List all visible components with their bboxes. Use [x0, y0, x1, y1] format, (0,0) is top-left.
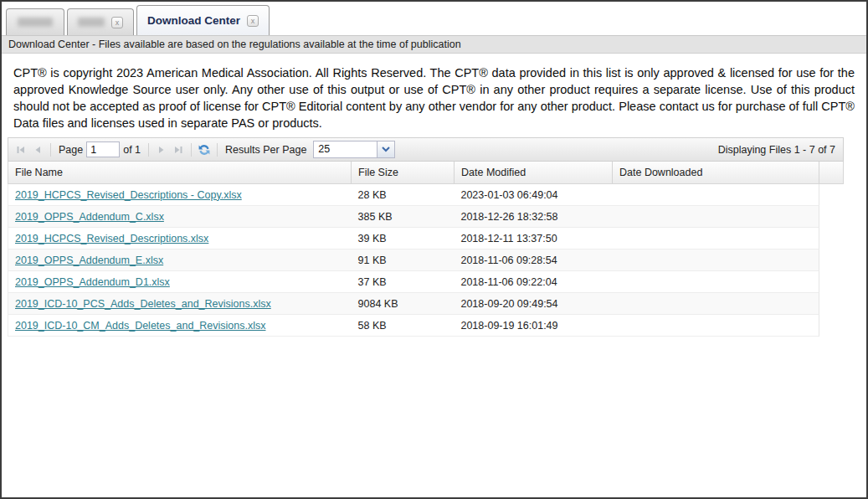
- date-modified-cell: 2018-11-06 09:28:54: [454, 255, 612, 266]
- column-header-date-downloaded[interactable]: Date Downloaded: [613, 162, 819, 183]
- table-row[interactable]: 2019_HCPCS_Revised_Descriptions.xlsx 39 …: [8, 228, 819, 250]
- file-link[interactable]: 2019_OPPS_Addendum_C.xlsx: [15, 211, 164, 223]
- file-link[interactable]: 2019_HCPCS_Revised_Descriptions.xlsx: [15, 233, 208, 244]
- refresh-icon[interactable]: [196, 141, 213, 158]
- results-per-page-label: Results Per Page: [225, 144, 306, 156]
- tab-redacted-1[interactable]: [6, 8, 64, 35]
- date-modified-cell: 2018-12-11 13:37:50: [454, 233, 612, 244]
- column-header-file-name[interactable]: File Name: [8, 162, 352, 183]
- first-page-icon[interactable]: [13, 141, 29, 158]
- files-grid: Page of 1 Results Per Page 25: [8, 137, 844, 337]
- file-size-cell: 9084 KB: [352, 298, 455, 310]
- displaying-files-status: Displaying Files 1 - 7 of 7: [718, 144, 835, 156]
- last-page-icon[interactable]: [170, 141, 187, 158]
- file-link[interactable]: 2019_ICD-10_PCS_Adds_Deletes_and_Revisio…: [15, 298, 271, 310]
- file-link[interactable]: 2019_OPPS_Addendum_E.xlsx: [15, 255, 163, 266]
- file-link[interactable]: 2019_HCPCS_Revised_Descriptions - Copy.x…: [15, 189, 242, 201]
- results-per-page-select[interactable]: 25: [313, 141, 395, 158]
- file-name-cell: 2019_ICD-10_PCS_Adds_Deletes_and_Revisio…: [8, 298, 352, 310]
- file-size-cell: 91 KB: [352, 255, 455, 266]
- grid-body: 2019_HCPCS_Revised_Descriptions - Copy.x…: [8, 184, 844, 337]
- page-number-input[interactable]: [86, 141, 120, 157]
- table-row[interactable]: 2019_ICD-10_PCS_Adds_Deletes_and_Revisio…: [8, 293, 819, 315]
- file-name-cell: 2019_HCPCS_Revised_Descriptions.xlsx: [8, 233, 352, 244]
- grid-header: File Name File Size Date Modified Date D…: [8, 162, 844, 184]
- next-page-icon[interactable]: [153, 141, 170, 158]
- page-label: Page: [59, 144, 83, 156]
- table-row[interactable]: 2019_OPPS_Addendum_D1.xlsx 37 KB 2018-11…: [8, 271, 819, 293]
- file-size-cell: 39 KB: [352, 233, 455, 244]
- column-header-spacer: [819, 162, 843, 183]
- chevron-down-icon[interactable]: [377, 141, 395, 158]
- date-modified-cell: 2018-09-19 16:01:49: [454, 320, 612, 332]
- date-modified-cell: 2018-11-06 09:22:04: [454, 276, 612, 288]
- file-size-cell: 58 KB: [352, 320, 455, 332]
- combo-selected-value: 25: [313, 141, 377, 158]
- toolbar-separator: [191, 143, 192, 157]
- close-icon[interactable]: x: [111, 17, 123, 28]
- date-modified-cell: 2023-01-03 06:49:04: [454, 189, 612, 201]
- table-row[interactable]: 2019_HCPCS_Revised_Descriptions - Copy.x…: [8, 184, 819, 206]
- info-bar-text: Download Center - Files available are ba…: [8, 39, 461, 50]
- table-row[interactable]: 2019_ICD-10_CM_Adds_Deletes_and_Revision…: [8, 315, 819, 337]
- toolbar-separator: [148, 143, 149, 157]
- toolbar-separator: [50, 143, 51, 157]
- tab-download-center[interactable]: Download Center x: [136, 5, 270, 35]
- prev-page-icon[interactable]: [29, 141, 46, 158]
- file-name-cell: 2019_OPPS_Addendum_D1.xlsx: [8, 276, 352, 288]
- date-modified-cell: 2018-12-26 18:32:58: [454, 211, 612, 223]
- file-link[interactable]: 2019_OPPS_Addendum_D1.xlsx: [15, 276, 170, 288]
- date-modified-cell: 2018-09-20 09:49:54: [454, 298, 612, 310]
- file-name-cell: 2019_ICD-10_CM_Adds_Deletes_and_Revision…: [8, 320, 352, 332]
- redacted-tab-label: [78, 18, 105, 27]
- table-row[interactable]: 2019_OPPS_Addendum_E.xlsx 91 KB 2018-11-…: [8, 250, 819, 271]
- file-size-cell: 37 KB: [352, 276, 455, 288]
- file-name-cell: 2019_HCPCS_Revised_Descriptions - Copy.x…: [8, 189, 352, 201]
- close-icon[interactable]: x: [247, 15, 259, 27]
- tab-redacted-2[interactable]: x: [67, 8, 134, 35]
- toolbar-separator: [217, 143, 218, 157]
- file-size-cell: 385 KB: [352, 211, 455, 223]
- tab-label: Download Center: [147, 14, 240, 27]
- info-bar: Download Center - Files available are ba…: [2, 35, 866, 54]
- column-header-file-size[interactable]: File Size: [352, 162, 455, 183]
- table-row[interactable]: 2019_OPPS_Addendum_C.xlsx 385 KB 2018-12…: [8, 206, 819, 228]
- tab-bar: x Download Center x: [2, 2, 866, 35]
- app-window: x Download Center x Download Center - Fi…: [0, 0, 868, 499]
- page-count-label: of 1: [123, 144, 141, 156]
- redacted-tab-label: [18, 18, 53, 27]
- file-name-cell: 2019_OPPS_Addendum_C.xlsx: [8, 211, 352, 223]
- file-link[interactable]: 2019_ICD-10_CM_Adds_Deletes_and_Revision…: [15, 320, 265, 332]
- paging-toolbar: Page of 1 Results Per Page 25: [8, 137, 844, 162]
- cpt-disclaimer: CPT® is copyright 2023 American Medical …: [13, 64, 855, 131]
- file-name-cell: 2019_OPPS_Addendum_E.xlsx: [8, 255, 352, 266]
- column-header-date-modified[interactable]: Date Modified: [455, 162, 613, 183]
- file-size-cell: 28 KB: [352, 189, 455, 201]
